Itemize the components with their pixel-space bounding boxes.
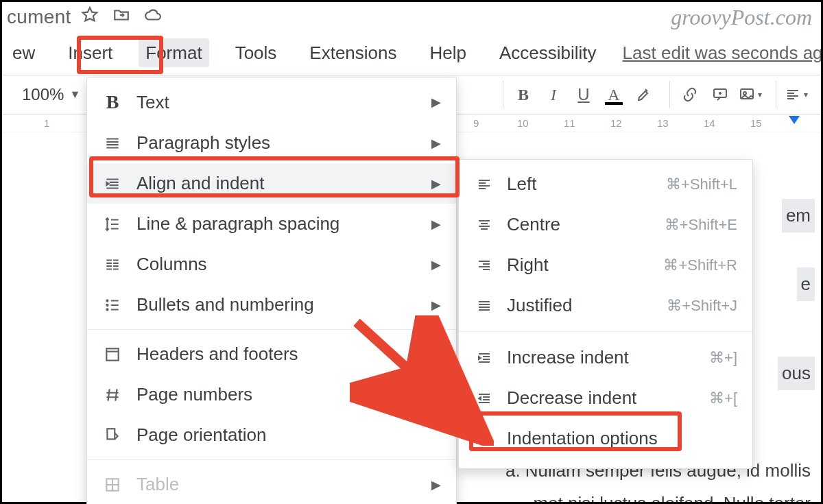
decrease-indent-icon [474,390,494,407]
lorem-text: em [782,199,815,232]
submenu-item-left[interactable]: Left ⌘+Shift+L [459,164,752,204]
submenu-arrow-icon: ▶ [431,136,441,151]
menu-item-label: Bullets and numbering [136,294,314,315]
menu-extensions[interactable]: Extensions [302,38,403,68]
align-button[interactable] [785,83,808,106]
submenu-item-increase-indent[interactable]: Increase indent ⌘+] [459,337,752,378]
menu-bar: ew Insert Format Tools Extensions Help A… [0,34,823,75]
submenu-item-label: Left [507,173,536,195]
format-dropdown: B Text ▶ Paragraph styles ▶ Align and in… [86,77,457,504]
submenu-item-decrease-indent[interactable]: Decrease indent ⌘+[ [459,378,752,418]
submenu-arrow-icon: ▶ [431,176,441,191]
submenu-item-label: Justified [507,295,572,316]
menu-item-page-orientation[interactable]: Page orientation [87,415,456,455]
menu-item-label: Align and indent [136,173,264,194]
align-right-icon [474,257,494,274]
menu-help[interactable]: Help [423,38,473,68]
shortcut-text: ⌘+[ [709,389,737,407]
menu-item-align-indent[interactable]: Align and indent ▶ [87,163,456,204]
menu-view[interactable]: ew [5,38,42,68]
align-justified-icon [474,298,494,314]
align-centre-icon [474,217,494,233]
submenu-item-right[interactable]: Right ⌘+Shift+R [459,245,752,285]
ruler-number: 11 [564,117,575,129]
hash-icon [102,386,123,404]
cloud-status-icon[interactable] [144,6,162,29]
ruler-number: 13 [657,117,669,129]
menu-item-columns[interactable]: Columns ▶ [87,244,456,285]
submenu-item-label: Increase indent [507,347,629,368]
columns-icon [102,256,123,274]
menu-item-table: Table ▶ [87,464,456,504]
document-title: cument [7,6,71,28]
submenu-item-label: Centre [507,214,560,235]
orientation-icon [102,427,123,444]
ruler-number: 15 [750,117,762,129]
align-left-icon [474,176,494,193]
zoom-dropdown[interactable]: 100% ▼ [5,85,86,104]
last-edit-link[interactable]: Last edit was seconds ago [623,43,823,64]
menu-item-page-numbers[interactable]: Page numbers [87,374,456,415]
bold-icon: B [102,91,123,113]
line-spacing-icon [102,215,123,233]
menu-item-text[interactable]: B Text ▶ [87,82,456,123]
move-folder-icon[interactable] [112,6,130,29]
underline-button[interactable]: U [572,83,595,106]
submenu-item-label: Indentation options [507,428,658,449]
menu-item-label: Table [136,474,179,495]
table-icon [102,476,123,494]
lorem-text: ous [778,357,815,390]
submenu-arrow-icon: ▶ [431,298,441,313]
align-indent-submenu: Left ⌘+Shift+L Centre ⌘+Shift+E Right ⌘+… [458,159,753,469]
menu-accessibility[interactable]: Accessibility [492,38,604,68]
zoom-value: 100% [22,85,64,104]
shortcut-text: ⌘+Shift+E [665,216,737,234]
menu-item-line-spacing[interactable]: Line & paragraph spacing ▶ [87,204,456,244]
svg-point-4 [106,304,108,305]
menu-item-headers-footers[interactable]: Headers and footers [87,334,456,374]
menu-format[interactable]: Format [139,38,208,67]
svg-point-3 [106,300,108,301]
add-comment-button[interactable] [708,83,732,106]
italic-button[interactable]: I [542,83,565,106]
menu-insert[interactable]: Insert [61,38,119,68]
ruler-right-marker[interactable] [789,116,800,124]
submenu-item-indentation-options[interactable]: Indentation options [459,418,752,459]
shortcut-text: ⌘+Shift+L [666,176,737,193]
title-icons [81,6,162,29]
shortcut-text: ⌘+] [709,349,737,367]
shortcut-text: ⌘+Shift+J [667,297,737,315]
svg-point-2 [743,92,746,95]
increase-indent-icon [474,350,494,366]
star-icon[interactable] [81,6,99,29]
menu-separator [459,331,752,332]
menu-separator [87,329,456,330]
ruler-number: 1 [44,117,49,129]
submenu-item-justified[interactable]: Justified ⌘+Shift+J [459,285,752,326]
menu-separator [87,459,456,460]
ruler-number: 14 [704,117,715,129]
paragraph-styles-icon [102,134,123,152]
menu-item-bullets-numbering[interactable]: Bullets and numbering ▶ [87,285,456,325]
menu-item-label: Paragraph styles [136,132,270,154]
highlight-color-button[interactable] [632,83,656,106]
submenu-item-label: Right [507,254,549,276]
submenu-item-centre[interactable]: Centre ⌘+Shift+E [459,204,752,245]
text-color-button[interactable]: A [602,83,625,106]
menu-item-label: Line & paragraph spacing [136,213,339,235]
toolbar-right: B I U A [503,81,818,108]
menu-item-label: Headers and footers [136,344,298,365]
lorem-text: met nisi luctus eleifend. Nulle terter [529,487,815,504]
ruler-number: 12 [610,117,622,129]
menu-item-label: Columns [136,254,207,275]
menu-item-paragraph-styles[interactable]: Paragraph styles ▶ [87,123,456,163]
align-indent-icon [102,175,123,193]
submenu-arrow-icon: ▶ [431,95,441,110]
insert-link-button[interactable] [678,83,702,106]
insert-image-button[interactable] [739,83,762,106]
bullets-icon [102,296,123,314]
ruler-number: 10 [517,117,529,129]
bold-button[interactable]: B [512,83,535,106]
svg-rect-7 [107,429,115,439]
menu-tools[interactable]: Tools [228,38,284,68]
